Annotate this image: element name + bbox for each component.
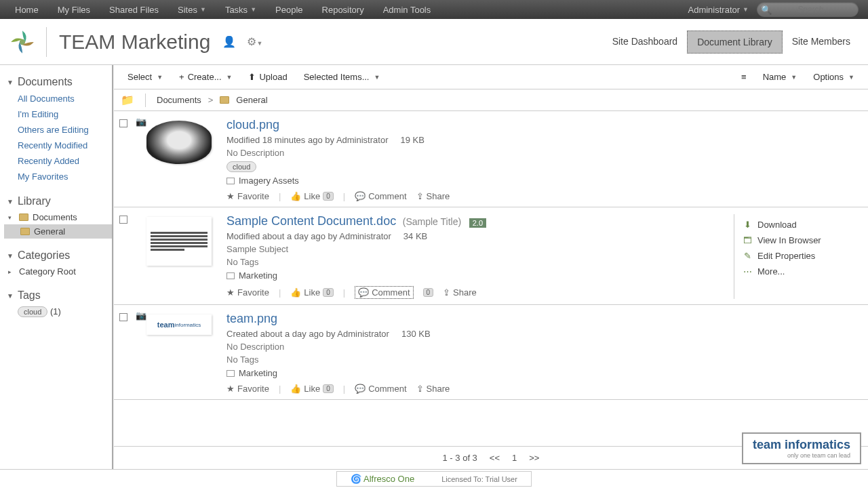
toolbar: Select▼ +Create...▼ ⬆Upload Selected Ite… xyxy=(114,65,868,89)
doc-size: 19 KB xyxy=(400,135,424,145)
comment-button[interactable]: 💬Comment xyxy=(355,286,413,299)
breadcrumb-current[interactable]: General xyxy=(236,95,267,105)
share-button[interactable]: ⇪Share xyxy=(416,191,450,201)
options-button[interactable]: Options▼ xyxy=(806,69,861,85)
doc-name[interactable]: Sample Content Document.doc xyxy=(226,214,396,228)
pager-page[interactable]: 1 xyxy=(512,453,517,463)
tree-category-root[interactable]: ▸Category Root xyxy=(4,264,112,279)
star-icon: ★ xyxy=(226,191,235,201)
sidebar-tag-row[interactable]: cloud (1) xyxy=(4,304,112,319)
search-box[interactable]: 🔍 xyxy=(757,2,859,17)
doc-category[interactable]: Marketing xyxy=(239,368,277,378)
thumbsup-icon: 👍 xyxy=(290,384,301,394)
site-header-icons: 👤 ⚙▼ xyxy=(222,35,262,48)
thumbnail[interactable] xyxy=(146,217,212,266)
upload-button[interactable]: ⬆Upload xyxy=(241,69,294,85)
category-icon xyxy=(226,370,235,377)
search-input[interactable] xyxy=(776,5,852,14)
doc-desc: No Description xyxy=(226,148,863,158)
sidebar-others-editing[interactable]: Others are Editing xyxy=(4,122,112,138)
sidebar-categories-hd[interactable]: ▼Categories xyxy=(4,245,112,264)
star-icon: ★ xyxy=(226,287,235,298)
view-toggle-button[interactable]: ≡ xyxy=(734,69,753,85)
favorite-button[interactable]: ★Favorite xyxy=(226,384,269,394)
tri-down-icon: ▼ xyxy=(7,198,14,205)
view-browser-button[interactable]: 🗔View In Browser xyxy=(743,235,854,245)
favorite-button[interactable]: ★Favorite xyxy=(226,287,269,298)
sitenav-members[interactable]: Site Members xyxy=(783,30,860,54)
nav-admintools[interactable]: Admin Tools xyxy=(374,0,441,19)
tree-general[interactable]: General xyxy=(4,224,112,239)
selected-items-button[interactable]: Selected Items...▼ xyxy=(297,69,387,85)
caret-icon: ▼ xyxy=(743,6,749,13)
like-button[interactable]: 👍Like0 xyxy=(290,191,333,201)
like-button[interactable]: 👍Like0 xyxy=(290,384,333,394)
more-button[interactable]: ⋯More... xyxy=(743,266,854,277)
pager-prev[interactable]: << xyxy=(490,453,500,463)
nav-repository[interactable]: Repository xyxy=(313,0,374,19)
row-checkbox[interactable] xyxy=(119,119,127,127)
site-title: TEAM Marketing xyxy=(46,27,210,57)
thumbnail[interactable]: teaminformatics xyxy=(146,314,212,335)
nav-left: Home My Files Shared Files Sites▼ Tasks▼… xyxy=(5,0,440,19)
comment-button[interactable]: 💬Comment xyxy=(355,191,406,201)
like-count: 0 xyxy=(323,192,334,201)
doc-name[interactable]: team.png xyxy=(226,312,277,325)
thumbnail[interactable] xyxy=(146,121,212,164)
doc-subtitle: (Sample Title) xyxy=(403,216,461,227)
sidebar-recently-added[interactable]: Recently Added xyxy=(4,153,112,169)
favorite-button[interactable]: ★Favorite xyxy=(226,191,269,201)
invite-icon[interactable]: 👤 xyxy=(222,35,236,48)
camera-icon[interactable]: 📷 xyxy=(136,310,146,321)
sidebar-library-hd[interactable]: ▼Library xyxy=(4,191,112,210)
create-button[interactable]: +Create...▼ xyxy=(172,69,239,85)
doc-desc: No Description xyxy=(226,342,863,352)
like-button[interactable]: 👍Like0 xyxy=(290,287,333,298)
sidebar-im-editing[interactable]: I'm Editing xyxy=(4,106,112,122)
row-checkbox[interactable] xyxy=(119,216,127,224)
nav-myfiles[interactable]: My Files xyxy=(48,0,100,19)
sidebar-recently-modified[interactable]: Recently Modified xyxy=(4,138,112,153)
list-icon: ≡ xyxy=(741,72,747,82)
sitenav-dashboard[interactable]: Site Dashboard xyxy=(603,30,688,54)
nav-home[interactable]: Home xyxy=(5,0,48,19)
nav-sites[interactable]: Sites▼ xyxy=(168,0,216,19)
category-icon xyxy=(226,272,235,279)
tag-pill[interactable]: cloud xyxy=(18,306,47,317)
tri-down-icon: ▼ xyxy=(7,79,14,86)
category-icon xyxy=(226,178,235,184)
doc-name[interactable]: cloud.png xyxy=(226,118,279,131)
camera-icon[interactable]: 📷 xyxy=(136,117,146,127)
nav-people[interactable]: People xyxy=(266,0,312,19)
doc-category[interactable]: Imagery Assets xyxy=(239,176,299,186)
pager-next[interactable]: >> xyxy=(529,453,539,463)
gear-icon[interactable]: ⚙▼ xyxy=(247,35,262,48)
share-button[interactable]: ⇪Share xyxy=(416,384,450,394)
breadcrumb-root[interactable]: Documents xyxy=(157,95,201,105)
sitenav-doclib[interactable]: Document Library xyxy=(687,30,783,54)
tri-down-icon: ▼ xyxy=(7,252,14,260)
doc-row: 📷 teaminformatics team.png Created about… xyxy=(114,305,868,400)
row-checkbox[interactable] xyxy=(119,313,127,321)
doc-tag[interactable]: cloud xyxy=(226,161,256,172)
select-button[interactable]: Select▼ xyxy=(121,69,170,85)
sidebar-tags-hd[interactable]: ▼Tags xyxy=(4,285,112,304)
doc-notags: No Tags xyxy=(226,257,734,267)
edit-properties-button[interactable]: ✎Edit Properties xyxy=(743,251,854,261)
share-button[interactable]: ⇪Share xyxy=(443,287,477,298)
nav-tasks[interactable]: Tasks▼ xyxy=(216,0,266,19)
sidebar-favorites[interactable]: My Favorites xyxy=(4,169,112,184)
comment-button[interactable]: 💬Comment xyxy=(355,384,406,394)
up-folder-icon[interactable]: 📁 xyxy=(121,94,134,106)
caret-icon: ▼ xyxy=(791,74,797,81)
sidebar-all-documents[interactable]: All Documents xyxy=(4,91,112,106)
nav-sharedfiles[interactable]: Shared Files xyxy=(100,0,168,19)
user-menu[interactable]: Administrator▼ xyxy=(680,5,757,15)
sort-button[interactable]: Name▼ xyxy=(756,69,804,85)
tree-documents[interactable]: ▾Documents xyxy=(4,210,112,224)
corner-logo: team informatics only one team can lead xyxy=(742,432,861,464)
sidebar-documents-hd[interactable]: ▼Documents xyxy=(4,72,112,91)
share-icon: ⇪ xyxy=(443,287,450,298)
download-button[interactable]: ⬇Download xyxy=(743,220,854,230)
doc-category[interactable]: Marketing xyxy=(239,270,277,281)
